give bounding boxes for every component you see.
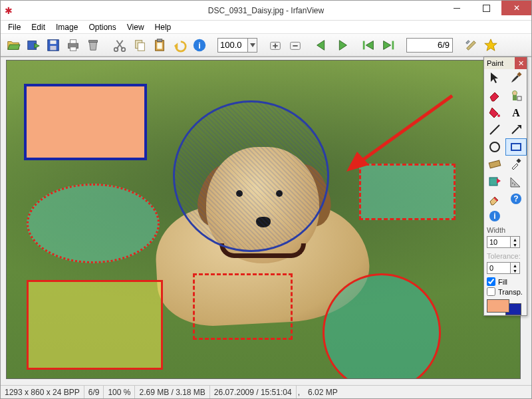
prev-button[interactable] xyxy=(313,37,331,54)
svg-marker-25 xyxy=(366,41,373,49)
transp-checkbox-row[interactable]: Transp. xyxy=(484,287,527,297)
svg-rect-15 xyxy=(157,43,162,49)
fill-tool[interactable] xyxy=(484,104,505,121)
svg-marker-1 xyxy=(35,43,39,48)
clone-tool[interactable] xyxy=(505,86,527,104)
window-controls xyxy=(442,1,531,15)
svg-marker-47 xyxy=(511,178,520,187)
paint-info-button[interactable]: i xyxy=(484,207,527,225)
menu-file[interactable]: File xyxy=(3,22,25,33)
svg-line-39 xyxy=(512,127,519,134)
next-button[interactable] xyxy=(333,37,350,54)
status-dimensions: 1293 x 860 x 24 BPP xyxy=(1,386,84,398)
width-spinner[interactable]: ▲▼ xyxy=(484,235,527,251)
tolerance-spinner[interactable]: ▲▼ xyxy=(484,261,527,277)
eyedropper-tool[interactable] xyxy=(505,156,527,173)
annotation-rect-red-yellow[interactable] xyxy=(27,280,163,370)
annotation-arrow[interactable] xyxy=(336,90,459,177)
svg-marker-31 xyxy=(491,72,498,83)
annotation-ellipse-dotted[interactable] xyxy=(27,184,160,263)
menu-edit[interactable]: Edit xyxy=(27,22,50,33)
svg-rect-7 xyxy=(70,47,76,51)
arrow-tool[interactable] xyxy=(505,121,527,138)
fill-checkbox[interactable] xyxy=(487,277,495,286)
svg-marker-46 xyxy=(497,178,501,184)
paint-panel-titlebar[interactable]: Paint ✕ xyxy=(484,57,527,69)
width-up[interactable]: ▲ xyxy=(511,237,519,242)
svg-point-9 xyxy=(114,47,118,51)
transp-checkbox-label: Transp. xyxy=(498,288,523,296)
effect-tool[interactable] xyxy=(484,173,505,190)
status-zoom: 100 % xyxy=(104,386,135,398)
annotation-circle-filled[interactable] xyxy=(323,273,441,379)
last-button[interactable] xyxy=(380,37,397,54)
foreground-color-swatch[interactable] xyxy=(487,299,509,313)
fill-checkbox-row[interactable]: Fill xyxy=(484,277,527,287)
paste-button[interactable] xyxy=(151,37,168,54)
ellipse-tool[interactable] xyxy=(484,138,505,156)
fill-checkbox-label: Fill xyxy=(498,278,507,286)
text-tool[interactable]: A xyxy=(505,104,527,121)
canvas-area[interactable] xyxy=(1,57,531,385)
menu-options[interactable]: Options xyxy=(84,22,120,33)
zoom-in-button[interactable] xyxy=(267,37,284,54)
maximize-button[interactable] xyxy=(471,1,501,15)
annotation-ellipse-hatched[interactable] xyxy=(173,100,329,252)
zoom-dropdown[interactable] xyxy=(248,38,257,53)
paint-panel[interactable]: Paint ✕ A ? i Width ▲▼ Tolerance: ▲▼ Fil… xyxy=(483,57,527,316)
zoom-input[interactable] xyxy=(217,38,248,53)
undo-button[interactable] xyxy=(171,37,188,54)
settings-button[interactable] xyxy=(462,37,479,54)
measure-tool[interactable] xyxy=(505,173,527,190)
minimize-button[interactable] xyxy=(442,1,471,15)
straighten-tool[interactable] xyxy=(484,156,505,173)
svg-rect-4 xyxy=(50,45,56,49)
annotation-rect-filled-blue-border[interactable] xyxy=(24,84,147,160)
transp-checkbox[interactable] xyxy=(487,287,495,296)
erase-region-tool[interactable] xyxy=(484,190,505,207)
cut-button[interactable] xyxy=(111,37,128,54)
first-button[interactable] xyxy=(360,37,377,54)
menu-view[interactable]: View xyxy=(122,22,149,33)
svg-rect-8 xyxy=(89,40,98,42)
svg-point-33 xyxy=(513,91,517,96)
tolerance-up[interactable]: ▲ xyxy=(511,263,519,268)
menu-bar: File Edit Image Options View Help xyxy=(1,21,531,34)
close-button[interactable] xyxy=(501,1,531,15)
svg-rect-24 xyxy=(363,41,365,49)
svg-marker-22 xyxy=(317,40,325,50)
title-bar: ✱ DSC_0931_Daisy.jpg - IrfanView xyxy=(1,1,531,21)
print-button[interactable] xyxy=(65,37,82,54)
width-down[interactable]: ▼ xyxy=(511,242,519,247)
save-button[interactable] xyxy=(45,37,62,54)
rectangle-tool[interactable] xyxy=(505,138,527,156)
svg-marker-19 xyxy=(250,43,255,47)
tolerance-down[interactable]: ▼ xyxy=(511,268,519,273)
eraser-tool[interactable] xyxy=(484,86,505,104)
paint-panel-close-button[interactable]: ✕ xyxy=(515,57,527,69)
open-button[interactable] xyxy=(5,37,22,54)
svg-line-29 xyxy=(356,96,452,165)
slideshow-button[interactable] xyxy=(25,37,42,54)
zoom-out-button[interactable] xyxy=(287,37,304,54)
help-tool[interactable]: ? xyxy=(505,190,527,207)
delete-button[interactable] xyxy=(84,37,102,54)
zoom-field[interactable] xyxy=(217,38,257,53)
menu-help[interactable]: Help xyxy=(150,22,176,33)
tolerance-input[interactable] xyxy=(487,262,511,274)
svg-rect-44 xyxy=(516,158,521,163)
line-tool[interactable] xyxy=(484,121,505,138)
info-button[interactable]: i xyxy=(191,37,208,54)
favorite-button[interactable] xyxy=(482,37,499,54)
width-input[interactable] xyxy=(487,236,511,248)
menu-image[interactable]: Image xyxy=(51,22,82,33)
image-viewport[interactable] xyxy=(6,60,521,379)
annotation-rect-dashed-empty[interactable] xyxy=(193,273,293,340)
svg-rect-3 xyxy=(50,40,56,43)
brush-tool[interactable] xyxy=(505,69,527,86)
copy-button[interactable] xyxy=(131,37,148,54)
svg-marker-27 xyxy=(384,41,391,49)
pointer-tool[interactable] xyxy=(484,69,505,86)
paint-panel-title: Paint xyxy=(487,59,503,67)
svg-rect-14 xyxy=(157,39,162,41)
